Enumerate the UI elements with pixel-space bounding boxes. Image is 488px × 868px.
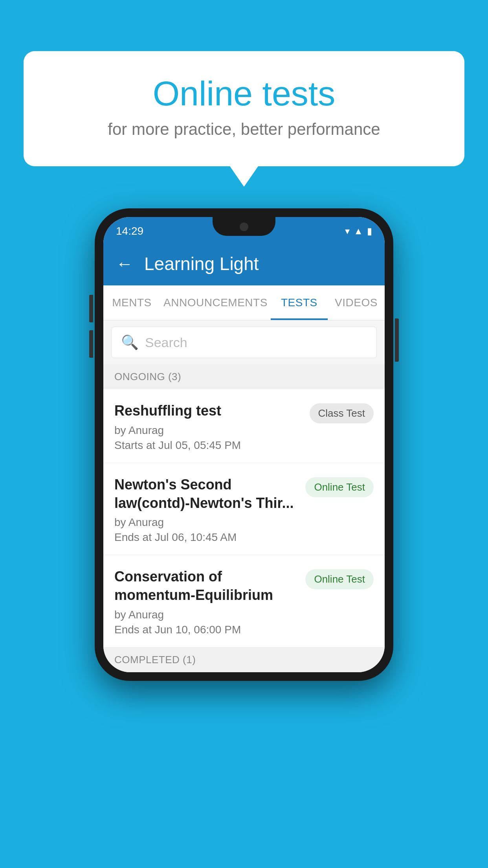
test-title-2: Newton's Second law(contd)-Newton's Thir…	[114, 476, 297, 513]
app-bar-title: Learning Light	[144, 253, 259, 274]
search-icon: 🔍	[121, 334, 139, 351]
test-title-1: Reshuffling test	[114, 402, 302, 420]
tab-ments[interactable]: MENTS	[103, 285, 160, 320]
volume-down-button	[89, 330, 93, 358]
test-author-1: by Anurag	[114, 424, 302, 437]
search-box[interactable]: 🔍 Search	[111, 327, 377, 358]
search-input[interactable]: Search	[145, 335, 187, 350]
tab-announcements[interactable]: ANNOUNCEMENTS	[160, 285, 271, 320]
test-badge-class-test: Class Test	[310, 403, 374, 423]
test-info-1: Reshuffling test by Anurag Starts at Jul…	[114, 402, 310, 452]
back-button[interactable]: ←	[116, 254, 133, 274]
test-item-reshuffling[interactable]: Reshuffling test by Anurag Starts at Jul…	[103, 389, 385, 463]
test-author-3: by Anurag	[114, 609, 297, 621]
battery-icon: ▮	[367, 226, 372, 237]
test-time-1: Starts at Jul 05, 05:45 PM	[114, 439, 302, 452]
phone-outer: 14:29 ▾ ▲ ▮ ← Learning Light MENTS ANNOU…	[95, 208, 393, 681]
test-time-2: Ends at Jul 06, 10:45 AM	[114, 531, 297, 544]
search-container: 🔍 Search	[103, 320, 385, 364]
status-icons: ▾ ▲ ▮	[345, 226, 372, 237]
bubble-title: Online tests	[55, 75, 433, 113]
volume-up-button	[89, 295, 93, 322]
test-info-3: Conservation of momentum-Equilibrium by …	[114, 568, 305, 636]
power-button	[395, 318, 399, 362]
speech-bubble: Online tests for more practice, better p…	[24, 51, 464, 166]
test-badge-online-2: Online Test	[305, 477, 374, 497]
tabs-container: MENTS ANNOUNCEMENTS TESTS VIDEOS	[103, 285, 385, 320]
tab-tests[interactable]: TESTS	[271, 285, 328, 320]
camera-icon	[240, 223, 248, 231]
bubble-subtitle: for more practice, better performance	[55, 120, 433, 139]
phone-container: 14:29 ▾ ▲ ▮ ← Learning Light MENTS ANNOU…	[95, 208, 393, 681]
test-item-conservation[interactable]: Conservation of momentum-Equilibrium by …	[103, 555, 385, 647]
wifi-icon: ▾	[345, 226, 350, 237]
test-time-3: Ends at Jun 10, 06:00 PM	[114, 623, 297, 636]
test-item-newtons[interactable]: Newton's Second law(contd)-Newton's Thir…	[103, 463, 385, 555]
test-info-2: Newton's Second law(contd)-Newton's Thir…	[114, 476, 305, 544]
section-header-ongoing: ONGOING (3)	[103, 364, 385, 389]
status-time: 14:29	[116, 225, 143, 237]
test-badge-online-3: Online Test	[305, 569, 374, 589]
signal-icon: ▲	[354, 226, 363, 237]
phone-screen: 14:29 ▾ ▲ ▮ ← Learning Light MENTS ANNOU…	[103, 217, 385, 672]
test-title-3: Conservation of momentum-Equilibrium	[114, 568, 297, 605]
app-bar: ← Learning Light	[103, 242, 385, 285]
section-header-completed: COMPLETED (1)	[103, 647, 385, 672]
test-author-2: by Anurag	[114, 516, 297, 529]
tab-videos[interactable]: VIDEOS	[328, 285, 385, 320]
speech-bubble-container: Online tests for more practice, better p…	[24, 51, 464, 166]
phone-notch	[213, 217, 275, 236]
